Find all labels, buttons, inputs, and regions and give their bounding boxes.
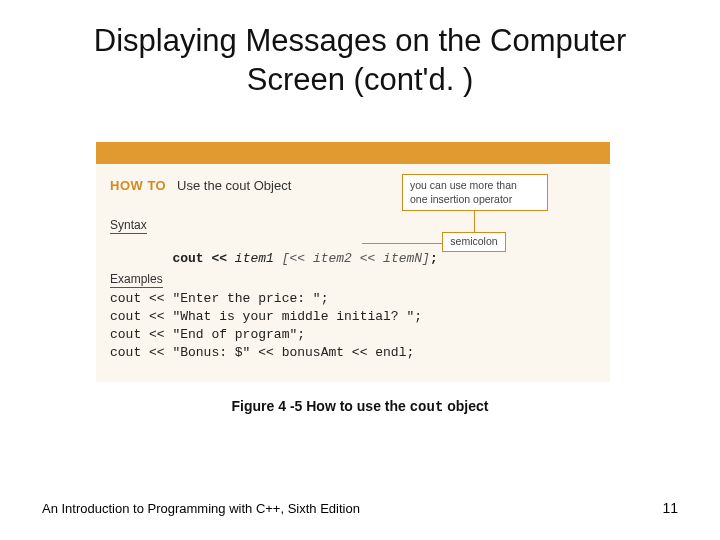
caption-prefix: Figure 4 -5 How to use the [232, 398, 410, 414]
figure-header-bar [96, 142, 610, 164]
example-line-2: cout << "What is your middle initial? "; [110, 309, 422, 324]
syntax-semicolon: ; [430, 251, 438, 266]
title-line-2: Screen (cont'd. ) [247, 62, 473, 97]
syntax-optional: [<< item2 << itemN] [274, 251, 430, 266]
example-line-4: cout << "Bonus: $" << bonusAmt << endl; [110, 345, 414, 360]
connector-semicolon [362, 243, 442, 244]
figure-box: HOW TO Use the cout Object Syntax cout <… [96, 142, 610, 382]
connector-main [474, 210, 475, 232]
figure-panel: HOW TO Use the cout Object Syntax cout <… [96, 164, 610, 382]
syntax-item1: item1 [235, 251, 274, 266]
figure-caption: Figure 4 -5 How to use the cout object [0, 398, 720, 415]
howto-label: HOW TO [110, 178, 166, 193]
syntax-heading: Syntax [110, 218, 147, 234]
title-line-1: Displaying Messages on the Computer [94, 23, 626, 58]
callout-semicolon: semicolon [442, 232, 506, 252]
syntax-cout: cout [172, 251, 203, 266]
footer-book-title: An Introduction to Programming with C++,… [42, 501, 360, 516]
caption-code: cout [410, 399, 444, 415]
examples-heading: Examples [110, 272, 163, 288]
slide: Displaying Messages on the Computer Scre… [0, 0, 720, 540]
callout-line-1: you can use more than [410, 179, 517, 191]
slide-title: Displaying Messages on the Computer Scre… [0, 22, 720, 100]
syntax-op: << [204, 251, 235, 266]
example-line-3: cout << "End of program"; [110, 327, 305, 342]
howto-text: Use the cout Object [177, 178, 291, 193]
callout-insertion-operator: you can use more than one insertion oper… [402, 174, 548, 211]
howto-line: HOW TO Use the cout Object [110, 178, 291, 193]
callout-line-2: one insertion operator [410, 193, 512, 205]
caption-suffix: object [443, 398, 488, 414]
examples-block: cout << "Enter the price: "; cout << "Wh… [110, 290, 422, 362]
example-line-1: cout << "Enter the price: "; [110, 291, 328, 306]
page-number: 11 [662, 500, 678, 516]
